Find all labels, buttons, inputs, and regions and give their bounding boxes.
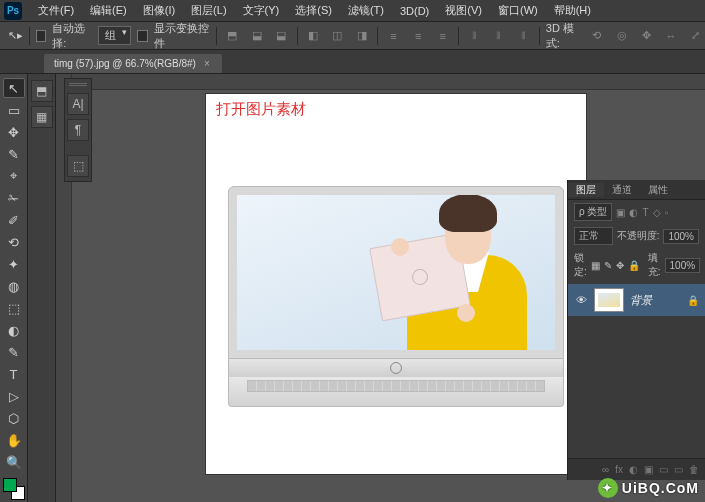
foreground-color[interactable] — [3, 478, 17, 492]
layer-fx-icon[interactable]: fx — [615, 464, 623, 475]
menu-filter[interactable]: 滤镜(T) — [340, 3, 392, 18]
layer-mask-icon[interactable]: ◐ — [629, 464, 638, 475]
stamp-tool[interactable]: ✦ — [3, 254, 25, 274]
eraser-tool[interactable]: ⬚ — [3, 298, 25, 318]
marquee-tool[interactable]: ▭ — [3, 100, 25, 120]
healing-tool[interactable]: ✐ — [3, 210, 25, 230]
zoom-tool[interactable]: 🔍 — [3, 452, 25, 472]
menu-help[interactable]: 帮助(H) — [546, 3, 599, 18]
blend-mode-dropdown[interactable]: 正常 — [574, 227, 613, 245]
align-top-icon[interactable]: ⬒ — [223, 26, 242, 46]
mini-panel-btn-1[interactable]: ⬒ — [31, 80, 53, 102]
move-tool[interactable]: ↖ — [3, 78, 25, 98]
filter-type-icon[interactable]: T — [642, 207, 648, 218]
close-tab-icon[interactable]: × — [204, 58, 210, 69]
menu-image[interactable]: 图像(I) — [135, 3, 183, 18]
character-panel-icon[interactable]: A| — [67, 93, 89, 115]
opacity-value[interactable]: 100% — [663, 229, 699, 244]
layer-filter-kind[interactable]: ρ 类型 — [574, 203, 612, 221]
character-panel-collapsed: A| ¶ ⬚ — [64, 78, 92, 182]
distribute-vcenter-icon[interactable]: ≡ — [409, 26, 428, 46]
distribute-top-icon[interactable]: ≡ — [384, 26, 403, 46]
history-brush-tool[interactable]: ◍ — [3, 276, 25, 296]
filter-adjust-icon[interactable]: ◐ — [629, 207, 638, 218]
brush-tool[interactable]: ⟲ — [3, 232, 25, 252]
menu-3d[interactable]: 3D(D) — [392, 5, 437, 17]
layer-thumbnail[interactable] — [594, 288, 624, 312]
mini-panel-btn-2[interactable]: ▦ — [31, 106, 53, 128]
align-right-icon[interactable]: ◨ — [353, 26, 372, 46]
color-swatch[interactable] — [3, 478, 25, 500]
menu-edit[interactable]: 编辑(E) — [82, 3, 135, 18]
layer-list: 👁 背景 🔒 — [568, 282, 705, 458]
align-left-icon[interactable]: ◧ — [303, 26, 322, 46]
3d-slide-icon[interactable]: ↔ — [662, 26, 681, 46]
distribute-right-icon[interactable]: ⫴ — [514, 26, 533, 46]
menu-select[interactable]: 选择(S) — [287, 3, 340, 18]
opacity-label: 不透明度: — [617, 229, 660, 243]
lock-label: 锁定: — [574, 251, 587, 279]
annotation-text: 打开图片素材 — [216, 100, 306, 119]
magic-wand-tool[interactable]: ✎ — [3, 144, 25, 164]
new-adjustment-icon[interactable]: ▣ — [644, 464, 653, 475]
new-group-icon[interactable]: ▭ — [659, 464, 668, 475]
lasso-tool[interactable]: ✥ — [3, 122, 25, 142]
distribute-hcenter-icon[interactable]: ⫴ — [490, 26, 509, 46]
3d-orbit-icon[interactable]: ⟲ — [588, 26, 607, 46]
align-bottom-icon[interactable]: ⬓ — [272, 26, 291, 46]
crop-tool[interactable]: ⌖ — [3, 166, 25, 186]
lock-pixels-icon[interactable]: ✎ — [604, 260, 612, 271]
hand-tool[interactable]: ✋ — [3, 430, 25, 450]
document-tab[interactable]: timg (57).jpg @ 66.7%(RGB/8#) × — [44, 54, 222, 73]
layer-lock-icon: 🔒 — [687, 295, 699, 306]
distribute-bottom-icon[interactable]: ≡ — [434, 26, 453, 46]
delete-layer-icon[interactable]: 🗑 — [689, 464, 699, 475]
filter-shape-icon[interactable]: ◇ — [653, 207, 661, 218]
path-tool[interactable]: ▷ — [3, 386, 25, 406]
layer-name[interactable]: 背景 — [630, 293, 681, 308]
new-layer-icon[interactable]: ▭ — [674, 464, 683, 475]
document-canvas[interactable]: 打开图片素材 — [206, 94, 586, 474]
type-tool[interactable]: T — [3, 364, 25, 384]
menu-layer[interactable]: 图层(L) — [183, 3, 234, 18]
filter-pixel-icon[interactable]: ▣ — [616, 207, 625, 218]
link-layers-icon[interactable]: ∞ — [602, 464, 609, 475]
paragraph-panel-icon[interactable]: ¶ — [67, 119, 89, 141]
menu-view[interactable]: 视图(V) — [437, 3, 490, 18]
auto-select-dropdown[interactable]: 组 — [98, 26, 131, 45]
gradient-tool[interactable]: ◐ — [3, 320, 25, 340]
layers-panel-footer: ∞ fx ◐ ▣ ▭ ▭ 🗑 — [568, 458, 705, 480]
tab-properties[interactable]: 属性 — [640, 183, 676, 197]
layers-panel: 图层 通道 属性 ρ 类型 ▣ ◐ T ◇ ▫ 正常 不透明度: 100% 锁定… — [567, 180, 705, 480]
eyedropper-tool[interactable]: ✁ — [3, 188, 25, 208]
shape-tool[interactable]: ⬡ — [3, 408, 25, 428]
3d-scale-icon[interactable]: ⤢ — [686, 26, 705, 46]
menu-type[interactable]: 文字(Y) — [235, 3, 288, 18]
extra-panel-icon[interactable]: ⬚ — [67, 155, 89, 177]
ruler-horizontal — [72, 74, 705, 90]
auto-select-checkbox[interactable] — [36, 30, 46, 42]
move-tool-icon: ↖▸ — [8, 28, 23, 44]
align-vcenter-icon[interactable]: ⬓ — [247, 26, 266, 46]
3d-pan-icon[interactable]: ✥ — [637, 26, 656, 46]
distribute-left-icon[interactable]: ⫴ — [465, 26, 484, 46]
tab-channels[interactable]: 通道 — [604, 183, 640, 197]
show-transform-label: 显示变换控件 — [154, 21, 210, 51]
menu-window[interactable]: 窗口(W) — [490, 3, 546, 18]
lock-all-icon[interactable]: 🔒 — [628, 260, 640, 271]
filter-smart-icon[interactable]: ▫ — [665, 207, 669, 218]
app-logo: Ps — [4, 2, 22, 20]
fill-value[interactable]: 100% — [665, 258, 701, 273]
pen-tool[interactable]: ✎ — [3, 342, 25, 362]
auto-select-label: 自动选择: — [52, 21, 92, 51]
menu-file[interactable]: 文件(F) — [30, 3, 82, 18]
align-hcenter-icon[interactable]: ◫ — [328, 26, 347, 46]
visibility-eye-icon[interactable]: 👁 — [574, 294, 588, 306]
layer-row-background[interactable]: 👁 背景 🔒 — [568, 284, 705, 316]
lock-transparency-icon[interactable]: ▦ — [591, 260, 600, 271]
fill-label: 填充: — [648, 251, 661, 279]
tab-layers[interactable]: 图层 — [568, 183, 604, 197]
show-transform-checkbox[interactable] — [137, 30, 147, 42]
3d-roll-icon[interactable]: ◎ — [612, 26, 631, 46]
lock-position-icon[interactable]: ✥ — [616, 260, 624, 271]
